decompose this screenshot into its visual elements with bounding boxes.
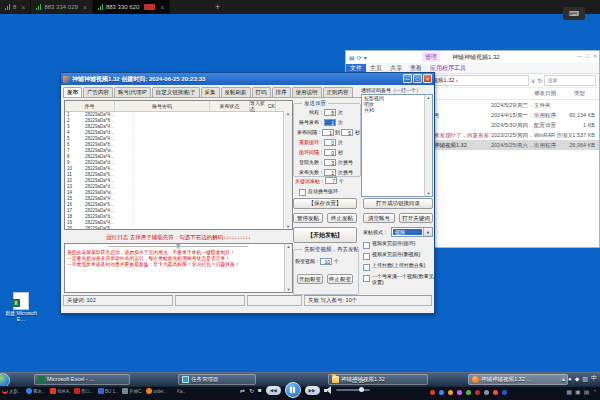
remote-session-tab[interactable]: 8 × [0,0,31,14]
checkbox-icon[interactable] [363,264,370,271]
host-taskbar-button[interactable]: 腾名.. [26,388,47,394]
codes-item[interactable]: 共和 [362,107,432,113]
option-checkbox[interactable]: 上传封面(上传封面合集) [363,263,435,271]
host-system-icon[interactable]: ▣ [575,388,581,395]
close-tab-icon[interactable]: × [160,4,164,11]
app-tab[interactable]: 广告内容 [83,87,113,97]
host-taskbar-button[interactable]: order.. [146,388,167,394]
search-input[interactable]: 搜索 [544,75,596,86]
table-column-header[interactable]: 序号 [65,101,115,111]
taskbar-button[interactable]: 神辅神辅视频1.32 … [468,374,568,385]
tray-icon[interactable]: 中 [591,374,597,383]
host-taskbar-button[interactable]: 我的A.. [50,388,71,394]
setting-input[interactable]: 1 [324,119,336,126]
refresh-icon[interactable]: ↻ [537,77,542,84]
stop-posting-button[interactable]: 终止发帖 [327,213,357,223]
minimize-button[interactable]: ─ [403,74,412,83]
mode-combobox[interactable]: 视频 ▼ [391,227,433,237]
start-fission-button[interactable]: 开始裂变 [297,274,323,284]
repeat-icon[interactable]: ↻ [249,387,254,394]
app-tab[interactable]: 账号|代理IP [114,87,151,97]
setting-input[interactable]: 5 [324,109,336,116]
stop-fission-button[interactable]: 终止裂变 [327,274,353,284]
app-tab[interactable]: 打码 [252,87,271,97]
remote-session-tab[interactable]: 883 334 029 × [31,0,92,14]
host-system-icon[interactable]: ◔ [592,388,596,395]
host-tray-icon[interactable] [466,390,471,395]
host-taskbar-button[interactable]: BU 1.. [98,388,119,394]
tray-icon[interactable]: ▴ [562,375,565,382]
checkbox-icon[interactable] [363,275,370,282]
maximize-button[interactable]: □ [413,74,422,83]
setting-input-2[interactable]: 5 [341,129,353,136]
tray-icon[interactable]: ● [568,376,572,382]
option-checkbox[interactable]: 一个号发满一个视频(数量见设置) [363,274,435,285]
column-header[interactable]: 修改日期 [534,90,556,97]
option-checkbox[interactable]: 视频发完前停(删视频) [363,252,435,260]
save-settings-button[interactable]: 【保存设置】 [293,198,357,209]
chevron-down-icon[interactable]: ▼ [423,228,432,236]
explorer-window-controls[interactable]: ─□× [578,53,597,59]
taskbar-button[interactable]: Microsoft Excel - … [34,374,130,385]
desktop-icon-excel[interactable]: X 新建 Microsoft E… [4,292,38,322]
volume-slider[interactable] [336,389,370,391]
host-taskbar-button[interactable]: 水影.. [2,388,23,394]
setting-input[interactable]: 3 [324,159,336,166]
stop-icon[interactable]: ■ [258,387,262,393]
window-control-icon[interactable]: ─ [578,53,582,59]
setting-input[interactable]: 0 [324,139,336,146]
app-tab[interactable]: 采集 [201,87,220,97]
host-taskbar-button[interactable]: Ka.. [170,388,191,394]
host-tray-icon[interactable] [430,390,435,395]
setting-input[interactable]: 0 [324,149,336,156]
checkbox-icon[interactable] [363,253,370,260]
app-tab[interactable]: 发帖刷新 [221,87,251,97]
table-column-header[interactable]: CK [268,101,276,111]
clear-accounts-button[interactable]: 清空账号 [363,213,395,223]
app-tab[interactable]: 发布 [63,87,82,97]
quick-access-icon[interactable]: ▾ [364,54,367,61]
host-tray-icon[interactable] [493,390,498,395]
app-titlebar[interactable]: 神辅神辅视频1.32 创建时间: 2024-06-25 20:23:33 ─ □… [61,73,434,85]
window-control-icon[interactable]: □ [586,53,590,59]
host-taskbar-button[interactable]: 开聊C.. [122,388,143,394]
host-tray-icon[interactable] [475,390,480,395]
host-tray-icon[interactable] [448,390,453,395]
table-row[interactable]: 20 28229aDa*6… [65,225,284,229]
option-checkbox[interactable]: 视频发完前停(循环) [363,241,435,249]
host-tray-icon[interactable] [439,390,444,395]
open-keywords-button[interactable]: 打开关键词 [399,213,433,223]
open-success-links-button[interactable]: 打开成功链接目录 [363,198,433,209]
host-tray-icon[interactable] [457,390,462,395]
table-column-header[interactable]: 账号密码 [115,101,210,111]
close-tab-icon[interactable]: × [83,4,87,11]
explorer-titlebar[interactable]: ▤⟳▾ 管理 神辅神辅视频1.32 ─□× [346,51,599,63]
host-system-icon[interactable]: ▤ [584,388,590,395]
remote-keyboard-icon[interactable]: ⌨ [563,7,585,20]
codes-scrollbar[interactable]: ▲▼ [424,95,432,196]
quick-access-icon[interactable]: ▤ [349,54,355,61]
table-scrollbar[interactable]: ▲▼ [283,111,292,229]
host-taskbar-button[interactable]: 西口.. [74,388,95,394]
pause-posting-button[interactable]: 暂停发帖 [293,213,323,223]
start-posting-button[interactable]: 【开始发帖】 [293,227,357,243]
address-dropdown-icon[interactable]: ∨ [531,77,535,84]
host-system-icon[interactable]: ▦ [566,388,572,395]
tray-icon[interactable]: ◆ [575,375,580,382]
close-tab-icon[interactable]: × [21,4,25,11]
volume-icon[interactable] [324,386,332,394]
tray-icon[interactable]: ▥ [582,375,588,382]
auto-switch-checkbox[interactable]: 自动换号循环 [299,188,338,196]
quick-access-toolbar[interactable]: ▤⟳▾ [349,54,367,61]
shuffle-icon[interactable]: ⇄ [240,387,245,394]
next-track-button[interactable]: ▶▶ [305,386,320,395]
quick-access-icon[interactable]: ⟳ [357,54,362,61]
log-scrollbar[interactable]: ▲▼ [284,244,292,292]
checkbox-icon[interactable] [363,242,370,249]
window-control-icon[interactable]: × [593,53,597,59]
host-tray-icon[interactable] [484,390,489,395]
column-header[interactable]: 类型 [574,90,585,97]
setting-input[interactable]: 1 [324,169,336,176]
checkbox-icon[interactable] [299,189,306,196]
close-button[interactable]: × [423,74,432,83]
